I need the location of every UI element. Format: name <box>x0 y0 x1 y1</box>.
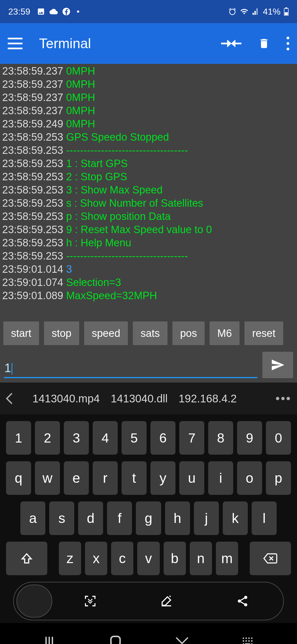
key-l[interactable]: l <box>252 501 277 535</box>
suggest-item[interactable]: 1413040.mp4 <box>32 392 100 405</box>
key-g[interactable]: g <box>136 501 161 535</box>
key-d[interactable]: d <box>78 501 103 535</box>
svg-point-10 <box>248 637 249 639</box>
key-y[interactable]: y <box>150 461 175 495</box>
log-line: 23:58:59.253 3 : Show Max Speed <box>2 183 295 197</box>
image-icon <box>37 7 45 16</box>
log-message: s : Show Number of Satellites <box>66 197 203 209</box>
key-v[interactable]: v <box>137 542 160 575</box>
svg-point-8 <box>243 637 244 639</box>
log-message: 0MPH <box>66 65 95 77</box>
macro-reset[interactable]: reset <box>244 321 283 345</box>
recents-button[interactable] <box>43 635 56 644</box>
key-z[interactable]: z <box>59 542 81 575</box>
key-i[interactable]: i <box>208 461 233 495</box>
key-9[interactable]: 9 <box>237 421 262 455</box>
log-timestamp: 23:59:01.014 <box>2 263 66 275</box>
overflow-icon[interactable] <box>287 37 289 50</box>
log-timestamp: 23:58:59.253 <box>2 197 66 209</box>
log-message: 0MPH <box>66 92 95 103</box>
key-a[interactable]: a <box>20 501 45 535</box>
text-cursor <box>12 363 12 375</box>
back-button[interactable] <box>175 636 189 644</box>
log-line: 23:58:59.237 0MPH <box>2 91 295 104</box>
macro-sats[interactable]: sats <box>133 321 167 345</box>
key-f[interactable]: f <box>107 501 132 535</box>
svg-point-6 <box>244 603 247 607</box>
key-c[interactable]: c <box>111 542 133 575</box>
key-4[interactable]: 4 <box>93 421 118 455</box>
key-h[interactable]: h <box>165 501 190 535</box>
key-p[interactable]: p <box>266 461 291 495</box>
suggest-item[interactable]: 192.168.4.2 <box>179 392 237 405</box>
suggest-item[interactable]: 1413040.dll <box>111 392 168 405</box>
key-7[interactable]: 7 <box>179 421 204 455</box>
key-q[interactable]: q <box>6 461 31 495</box>
suggest-more-icon[interactable]: ••• <box>276 392 292 405</box>
macro-speed[interactable]: speed <box>84 321 128 345</box>
key-w[interactable]: w <box>35 461 60 495</box>
key-m[interactable]: m <box>216 542 238 575</box>
backspace-key[interactable] <box>250 542 291 575</box>
key-s[interactable]: s <box>49 501 74 535</box>
status-right: 41% <box>228 7 289 17</box>
key-5[interactable]: 5 <box>122 421 147 455</box>
log-message: Selection=3 <box>66 277 121 288</box>
macro-stop[interactable]: stop <box>44 321 79 345</box>
log-message: h : Help Menu <box>66 237 131 249</box>
suggest-items: 1413040.mp41413040.dll192.168.4.2 <box>22 392 276 405</box>
log-message: 9 : Reset Max Speed value to 0 <box>66 224 212 235</box>
key-1[interactable]: 1 <box>6 421 31 455</box>
log-timestamp: 23:58:59.237 <box>2 92 66 103</box>
key-t[interactable]: t <box>122 461 147 495</box>
log-timestamp: 23:58:59.253 <box>2 131 66 143</box>
log-message: p : Show position Data <box>66 211 170 222</box>
terminal-output[interactable]: 23:58:59.237 0MPH23:58:59.237 0MPH23:58:… <box>0 64 297 316</box>
key-3[interactable]: 3 <box>64 421 89 455</box>
menu-icon[interactable] <box>8 38 23 49</box>
edit-icon[interactable] <box>160 595 173 607</box>
svg-point-11 <box>251 637 252 639</box>
key-6[interactable]: 6 <box>150 421 175 455</box>
key-x[interactable]: x <box>85 542 107 575</box>
key-r[interactable]: r <box>93 461 118 495</box>
key-b[interactable]: b <box>164 542 186 575</box>
log-timestamp: 23:58:59.253 <box>2 144 66 156</box>
kb-row-4: zxcvbnm <box>6 542 291 575</box>
clipboard-thumb[interactable] <box>16 585 52 618</box>
macro-row: startstopspeedsatsposM6reset <box>0 316 297 348</box>
key-k[interactable]: k <box>223 501 248 535</box>
scan-icon[interactable] <box>84 595 97 607</box>
key-u[interactable]: u <box>179 461 204 495</box>
key-e[interactable]: e <box>64 461 89 495</box>
macro-start[interactable]: start <box>3 321 39 345</box>
keyboard-switch-icon[interactable] <box>242 637 254 644</box>
key-8[interactable]: 8 <box>208 421 233 455</box>
svg-point-4 <box>244 596 247 599</box>
kb-row-3: asdfghjkl <box>6 501 291 535</box>
wifi-icon <box>240 7 249 16</box>
log-message: 2 : Stop GPS <box>66 171 127 182</box>
suggest-back-icon[interactable] <box>6 392 22 405</box>
macro-m6[interactable]: M6 <box>210 321 240 345</box>
log-message: ----------------------------------- <box>66 144 188 156</box>
command-input[interactable]: 1 <box>4 356 257 378</box>
macro-pos[interactable]: pos <box>172 321 205 345</box>
send-button[interactable] <box>262 352 293 378</box>
log-line: 23:59:01.014 3 <box>2 263 295 276</box>
log-line: 23:59:01.074 Selection=3 <box>2 276 295 289</box>
trash-icon[interactable] <box>258 37 270 50</box>
log-timestamp: 23:59:01.089 <box>2 290 66 301</box>
key-n[interactable]: n <box>190 542 212 575</box>
key-j[interactable]: j <box>194 501 219 535</box>
action-icons <box>52 595 280 607</box>
key-2[interactable]: 2 <box>35 421 60 455</box>
home-button[interactable] <box>109 634 122 644</box>
share-icon[interactable] <box>236 595 249 607</box>
key-o[interactable]: o <box>237 461 262 495</box>
log-line: 23:58:59.253 9 : Reset Max Speed value t… <box>2 223 295 236</box>
shift-key[interactable] <box>6 542 47 575</box>
log-message: 0MPH <box>66 118 95 130</box>
connect-icon[interactable] <box>221 37 241 50</box>
key-0[interactable]: 0 <box>266 421 291 455</box>
